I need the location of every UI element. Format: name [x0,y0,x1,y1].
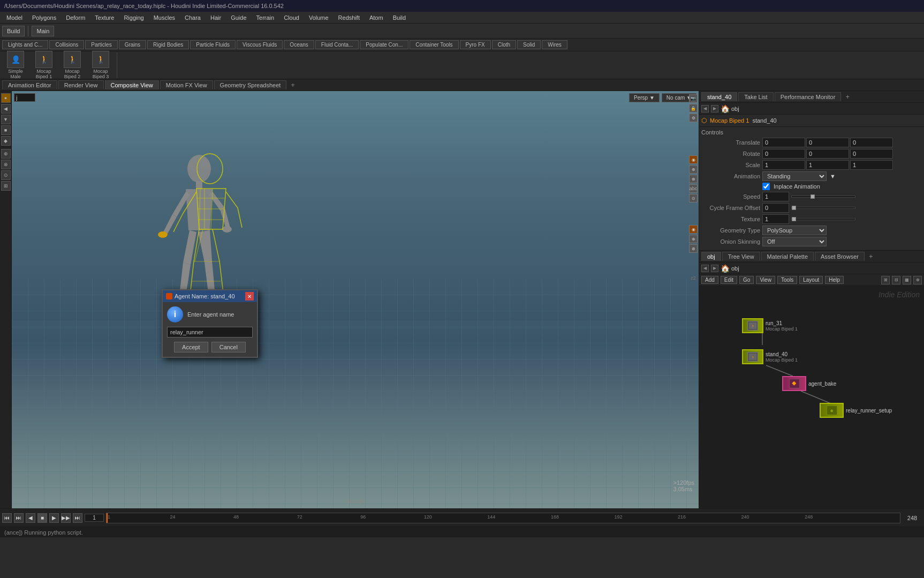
lower-tab-tree[interactable]: Tree View [722,252,760,261]
shelf-tool-mocap-biped2[interactable]: 🚶 Mocap Biped 2 [59,50,86,80]
animation-arrow[interactable]: ▼ [830,173,836,179]
timeline-go-start[interactable]: ⏮ [2,513,12,523]
texture-input[interactable] [762,214,789,224]
cycle-offset-slider[interactable] [791,207,855,209]
shelf-tab-particles[interactable]: Particles [85,40,117,49]
viewport-3d[interactable]: Persp ▼ No cam ▼ 📷 🔒 ⚙ ◉ ⊕ ⊗ abc ⊙ ◉ ⊕ ⊗… [12,91,699,508]
side-icon-4[interactable]: ■ [1,125,11,135]
menu-guide[interactable]: Guide [226,13,251,22]
rotate-z[interactable] [850,149,893,159]
add-panel-tab[interactable]: + [287,80,298,90]
rotate-y[interactable] [806,149,849,159]
node-run-31[interactable]: 🚶 run_31 Mocap Biped 1 [742,318,798,333]
nn-add-btn[interactable]: Add [701,276,718,284]
timeline-step-back[interactable]: ◀ [26,513,35,523]
nav-forward-btn[interactable]: ▶ [711,105,718,112]
geometry-type-select[interactable]: PolySoup [762,226,827,235]
timeline-go-end[interactable]: ⏭ [73,513,82,523]
shelf-tab-wires[interactable]: Wires [542,40,567,49]
tab-render-view[interactable]: Render View [58,80,104,89]
timeline-bar[interactable]: 1 24 48 72 96 120 144 168 192 216 240 24… [106,513,900,523]
timeline-stop[interactable]: ■ [37,513,47,523]
add-right-tab[interactable]: + [842,92,853,102]
menu-terrain[interactable]: Terrain [252,13,279,22]
side-icon-8[interactable]: ⊙ [1,170,11,180]
side-icon-7[interactable]: ⊗ [1,160,11,169]
shelf-tab-grains[interactable]: Grains [119,40,146,49]
nn-icon-3[interactable]: ▦ [903,276,911,284]
animation-select[interactable]: Standing [762,171,827,181]
timeline-play-fwd[interactable]: ▶▶ [61,513,71,523]
shelf-tab-fluid[interactable]: Fluid Conta... [315,40,359,49]
lower-tab-obj[interactable]: obj [701,252,721,261]
shelf-tab-solid[interactable]: Solid [517,40,541,49]
lower-tab-asset[interactable]: Asset Browser [815,252,865,261]
nn-icon-1[interactable]: ⊞ [881,276,890,284]
menu-model[interactable]: Model [2,13,27,22]
agent-name-input[interactable] [167,327,253,337]
menu-atom[interactable]: Atom [365,13,388,22]
nn-icon-4[interactable]: ⊕ [913,276,922,284]
shelf-tab-particle-fluids[interactable]: Particle Fluids [190,40,236,49]
nn-icon-2[interactable]: ⊟ [892,276,900,284]
rotate-x[interactable] [762,149,805,159]
shelf-tab-oceans[interactable]: Oceans [284,40,314,49]
side-icon-1[interactable]: ● [1,93,11,103]
menu-hair[interactable]: Hair [206,13,225,22]
timeline-step-fwd[interactable]: ▶ [49,513,59,523]
shelf-tab-pyro[interactable]: Pyro FX [460,40,491,49]
right-tab-take-list[interactable]: Take List [738,92,773,101]
dialog-close-button[interactable]: ✕ [245,292,254,301]
lower-nav-back[interactable]: ◀ [701,265,709,272]
shelf-tab-populate[interactable]: Populate Con... [360,40,408,49]
right-tab-stand40[interactable]: stand_40 [701,92,737,101]
translate-y[interactable] [806,138,849,147]
cycle-offset-input[interactable] [762,203,789,213]
node-network-canvas[interactable]: Indie Edition 🚶 [699,286,924,508]
scale-y[interactable] [806,160,849,170]
menu-redshift[interactable]: Redshift [334,13,364,22]
right-tab-performance[interactable]: Performance Monitor [775,92,842,101]
node-agent-bake[interactable]: 🔶 agent_bake [782,376,836,391]
menu-chara[interactable]: Chara [180,13,205,22]
nn-view-btn[interactable]: View [756,276,775,284]
nn-go-btn[interactable]: Go [739,276,754,284]
nn-edit-btn[interactable]: Edit [721,276,737,284]
shelf-tab-container[interactable]: Container Tools [410,40,458,49]
shelf-tab-rigid[interactable]: Rigid Bodies [147,40,189,49]
side-icon-5[interactable]: ◆ [1,136,11,146]
texture-slider[interactable] [791,218,855,220]
dialog-accept-button[interactable]: Accept [174,342,208,352]
menu-texture[interactable]: Texture [90,13,118,22]
timeline-frame-input[interactable] [85,514,104,522]
side-icon-9[interactable]: ⊞ [1,181,11,191]
lower-tab-material[interactable]: Material Palette [761,252,814,261]
nn-tools-btn[interactable]: Tools [777,276,797,284]
scale-z[interactable] [850,160,893,170]
shelf-tab-viscous[interactable]: Viscous Fluids [237,40,283,49]
menu-cloud[interactable]: Cloud [279,13,304,22]
speed-slider[interactable] [791,196,855,198]
shelf-tool-mocap-biped3[interactable]: 🚶 Mocap Biped 3 [87,50,114,80]
shelf-tab-cloth[interactable]: Cloth [492,40,516,49]
tab-composite-view[interactable]: Composite View [105,80,159,89]
side-icon-3[interactable]: ▼ [1,115,11,124]
tab-geometry-spreadsheet[interactable]: Geometry Spreadsheet [214,80,287,89]
lower-nav-forward[interactable]: ▶ [711,265,718,272]
menu-polygons[interactable]: Polygons [28,13,60,22]
shelf-tab-lights[interactable]: Lights and C... [2,40,48,49]
nav-back-btn[interactable]: ◀ [701,105,709,112]
inplace-checkbox[interactable] [762,183,770,190]
menu-muscles[interactable]: Muscles [149,13,179,22]
node-stand-40[interactable]: 🚶 stand_40 Mocap Biped 1 [742,349,798,364]
menu-rigging[interactable]: Rigging [119,13,148,22]
add-lower-tab[interactable]: + [866,251,876,261]
tab-animation-editor[interactable]: Animation Editor [2,80,57,89]
toolbar-build-btn[interactable]: Build [2,26,25,36]
side-icon-2[interactable]: ◀ [1,104,11,114]
shelf-tool-simple-male[interactable]: 👤 Simple Male [2,50,29,80]
translate-x[interactable] [762,138,805,147]
nn-layout-btn[interactable]: Layout [799,276,823,284]
side-icon-6[interactable]: ⊕ [1,149,11,159]
tab-motion-fx[interactable]: Motion FX View [160,80,213,89]
